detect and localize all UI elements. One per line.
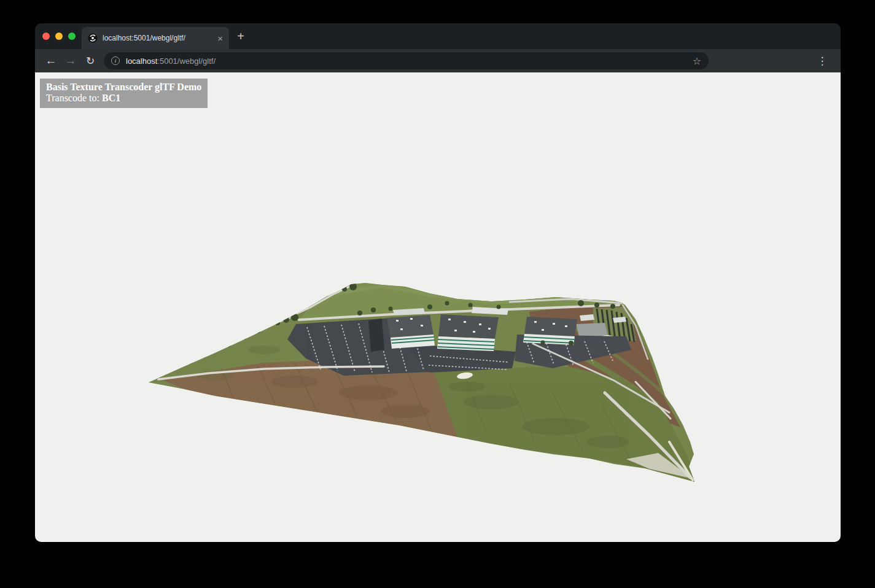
address-bar[interactable]: i localhost:5001/webgl/gltf/ ☆ [104,52,709,69]
webgl-canvas[interactable] [35,72,841,542]
tab-title: localhost:5001/webgl/gltf/ [103,34,214,42]
page-info-icon[interactable]: i [111,56,120,65]
page-content: Basis Texture Transcoder glTF Demo Trans… [35,72,841,542]
window-controls [42,33,76,40]
overlay-transcode-line: Transcode to: BC1 [46,93,201,104]
url-host: localhost [126,56,157,66]
overlay-transcode-format: BC1 [102,93,120,103]
hilltop-poles [353,276,373,284]
forward-icon[interactable]: → [61,51,80,71]
close-window-button[interactable] [42,33,50,40]
tab-bar: localhost:5001/webgl/gltf/ × + [35,23,841,49]
back-icon[interactable]: ← [41,51,61,71]
browser-window: localhost:5001/webgl/gltf/ × + ← → ↻ i l… [35,23,841,542]
tab-favicon-globe-icon [88,33,98,43]
overlay-title: Basis Texture Transcoder glTF Demo [46,82,201,93]
new-tab-button[interactable]: + [233,29,249,45]
bookmark-star-icon[interactable]: ☆ [693,55,701,67]
url-text: localhost:5001/webgl/gltf/ [126,56,216,66]
browser-tab[interactable]: localhost:5001/webgl/gltf/ × [82,27,229,49]
reload-icon[interactable]: ↻ [80,51,100,71]
terrain-model [149,276,694,482]
browser-menu-icon[interactable]: ⋮ [815,53,830,68]
tab-close-icon[interactable]: × [217,34,223,43]
info-overlay: Basis Texture Transcoder glTF Demo Trans… [40,79,208,108]
url-path: :5001/webgl/gltf/ [157,56,216,66]
zoom-window-button[interactable] [68,33,76,40]
browser-toolbar: ← → ↻ i localhost:5001/webgl/gltf/ ☆ ⋮ [35,49,841,72]
minimize-window-button[interactable] [55,33,63,40]
